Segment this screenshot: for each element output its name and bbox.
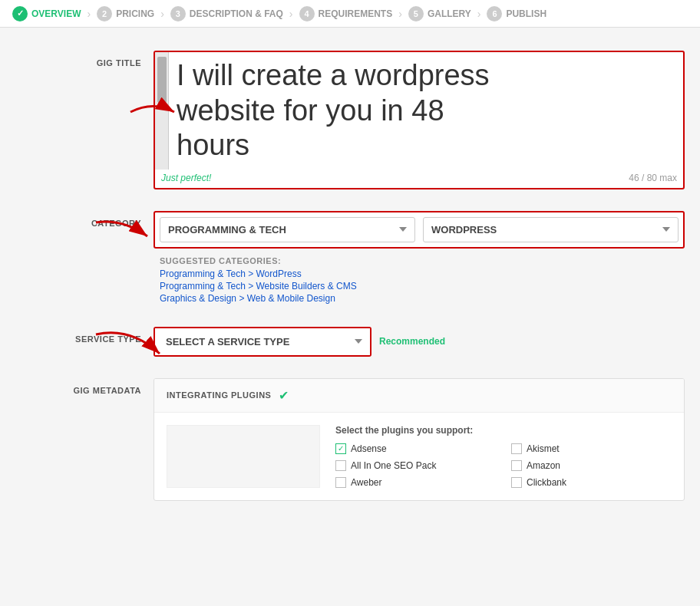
category-select-2[interactable]: WORDPRESS	[423, 217, 679, 242]
metadata-header: INTEGRATING PLUGINS ✔	[154, 379, 684, 413]
plugin-checkbox-akismet[interactable]	[511, 443, 522, 454]
nav-step-publish[interactable]: 6 Publish	[487, 6, 546, 21]
step-label-gallery: Gallery	[428, 8, 471, 19]
plugin-label-adsense: Adsense	[351, 443, 387, 454]
page-content: GIG TITLE I will create a wordpresswebsi…	[0, 28, 700, 545]
suggested-link-3[interactable]: Graphics & Design > Web & Mobile Design	[160, 293, 685, 304]
gig-title-hint-text: Just perfect!	[161, 173, 211, 183]
plugin-checkbox-adsense[interactable]	[335, 443, 346, 454]
nav-sep-5: ›	[477, 8, 481, 20]
step-circle-4: 4	[299, 6, 315, 21]
plugin-checkbox-allinone[interactable]	[335, 460, 346, 471]
metadata-left-panel	[167, 425, 320, 488]
nav-sep-1: ›	[87, 8, 91, 20]
plugin-item-allinone: All In One SEO Pack	[335, 460, 496, 471]
service-type-wrapper: SELECT A SERVICE TYPE	[154, 327, 371, 357]
category-selects: PROGRAMMING & TECH WORDPRESS	[154, 211, 685, 249]
plugin-label-allinone: All In One SEO Pack	[351, 460, 436, 471]
gig-title-row: GIG TITLE I will create a wordpresswebsi…	[15, 51, 685, 189]
plugin-item-amazon: Amazon	[511, 460, 672, 471]
gig-title-field: I will create a wordpresswebsite for you…	[154, 51, 685, 189]
nav-bar: ✓ Overview › 2 Pricing › 3 Description &…	[0, 0, 700, 28]
suggested-categories: SUGGESTED CATEGORIES: Programming & Tech…	[154, 256, 685, 304]
plugins-label: Select the plugins you support:	[335, 425, 672, 436]
category-field: PROGRAMMING & TECH WORDPRESS SUGGESTED C…	[154, 211, 685, 305]
plugin-item-akismet: Akismet	[511, 443, 672, 454]
plugin-label-aweber: Aweber	[351, 477, 381, 488]
nav-step-overview[interactable]: ✓ Overview	[12, 6, 81, 21]
nav-step-gallery[interactable]: 5 Gallery	[408, 6, 471, 21]
plugin-item-clickbank: Clickbank	[511, 477, 672, 488]
metadata-section-title: INTEGRATING PLUGINS	[167, 390, 271, 400]
gig-title-text[interactable]: I will create a wordpresswebsite for you…	[169, 52, 683, 170]
gig-metadata-field: INTEGRATING PLUGINS ✔ Select the plugins…	[154, 378, 685, 501]
category-row: CATEGORY PROGRAMMING & TECH WORDPRESS SU…	[15, 211, 685, 305]
nav-step-description[interactable]: 3 Description & FAQ	[170, 6, 283, 21]
metadata-right-panel: Select the plugins you support: Adsense …	[335, 425, 672, 488]
red-arrow-2	[92, 215, 154, 255]
step-label-requirements: Requirements	[319, 8, 393, 19]
step-circle-6: 6	[487, 6, 502, 21]
gig-title-wrapper: I will create a wordpresswebsite for you…	[154, 51, 685, 189]
category-select-1[interactable]: PROGRAMMING & TECH	[160, 217, 415, 242]
scrollbar-thumb	[157, 57, 167, 103]
plugin-label-clickbank: Clickbank	[527, 477, 566, 488]
recommended-label: Recommended	[379, 336, 445, 347]
gig-title-label: GIG TITLE	[15, 51, 154, 68]
nav-sep-3: ›	[289, 8, 293, 20]
step-circle-3: 3	[170, 6, 186, 21]
gig-metadata-label: GIG METADATA	[15, 378, 154, 395]
metadata-content: Select the plugins you support: Adsense …	[154, 413, 684, 500]
plugin-label-amazon: Amazon	[527, 460, 560, 471]
step-circle-1: ✓	[12, 6, 28, 21]
gig-title-hint-row: Just perfect! 46 / 80 max	[155, 170, 683, 188]
nav-step-pricing[interactable]: 2 Pricing	[97, 6, 154, 21]
gig-title-inner: I will create a wordpresswebsite for you…	[155, 52, 683, 170]
plugin-label-akismet: Akismet	[527, 443, 560, 454]
plugin-item-adsense: Adsense	[335, 443, 496, 454]
plugin-checkbox-clickbank[interactable]	[511, 477, 522, 488]
red-arrow-3	[92, 327, 169, 371]
nav-sep-4: ›	[398, 8, 402, 20]
gig-metadata-row: GIG METADATA INTEGRATING PLUGINS ✔ Selec…	[15, 378, 685, 501]
step-label-pricing: Pricing	[116, 8, 154, 19]
step-label-publish: Publish	[506, 8, 546, 19]
step-label-description: Description & FAQ	[190, 8, 283, 19]
step-circle-2: 2	[97, 6, 112, 21]
step-circle-5: 5	[408, 6, 424, 21]
service-type-select[interactable]: SELECT A SERVICE TYPE	[155, 328, 370, 355]
service-type-row: SERVICE TYPE SELECT A SERVICE TYPE Recom…	[15, 327, 685, 357]
gig-title-count: 46 / 80 max	[629, 173, 677, 183]
suggested-label: SUGGESTED CATEGORIES:	[160, 256, 685, 265]
nav-sep-2: ›	[160, 8, 164, 20]
service-type-controls: SELECT A SERVICE TYPE Recommended	[154, 327, 685, 357]
plugin-checkbox-aweber[interactable]	[335, 477, 346, 488]
plugin-checkbox-amazon[interactable]	[511, 460, 522, 471]
plugin-item-aweber: Aweber	[335, 477, 496, 488]
check-icon: ✔	[279, 388, 289, 403]
nav-step-requirements[interactable]: 4 Requirements	[299, 6, 393, 21]
suggested-link-1[interactable]: Programming & Tech > WordPress	[160, 268, 685, 279]
red-arrow-1	[127, 97, 180, 130]
plugins-grid: Adsense Akismet All In One SEO Pack	[335, 443, 672, 488]
suggested-link-2[interactable]: Programming & Tech > Website Builders & …	[160, 281, 685, 291]
step-label-overview: Overview	[31, 8, 81, 19]
metadata-box: INTEGRATING PLUGINS ✔ Select the plugins…	[154, 378, 685, 501]
service-type-field: SELECT A SERVICE TYPE Recommended	[154, 327, 685, 357]
